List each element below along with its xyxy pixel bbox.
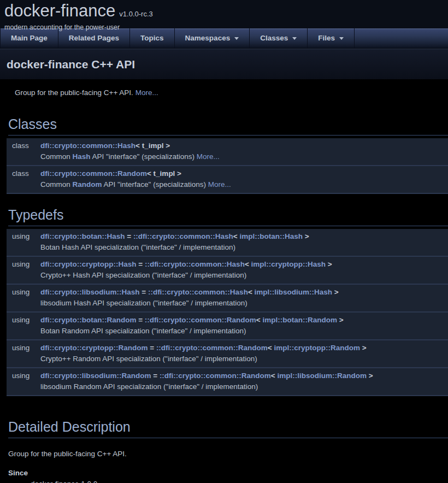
member-link[interactable]: impl::libsodium::Hash [255,288,333,296]
member-description-row: libsodium Random API specialization ("in… [7,381,448,395]
member-link[interactable]: impl::cryptopp::Hash [251,260,326,268]
member-description: libsodium Hash API specialization ("inte… [40,298,448,308]
tab-related-pages[interactable]: Related Pages [58,28,129,48]
member-link[interactable]: impl::cryptopp::Random [274,344,361,352]
member-link[interactable]: ::dfi::crypto::common::Random [145,316,256,324]
member-link[interactable]: impl::botan::Random [262,316,337,324]
member-link[interactable]: impl::botan::Hash [240,232,303,240]
member-entry: classdfi::crypto::common::Hash< t_impl >… [7,138,448,166]
member-description-text: Botan Random API specialization ("interf… [40,327,246,335]
member-description-row: Common Random API "interface" (specializ… [7,179,448,193]
typedefs-member-table: usingdfi::crypto::botan::Hash = ::dfi::c… [7,229,448,396]
member-link[interactable]: dfi::crypto::libsodium::Random [40,372,151,380]
member-description-row: libsodium Hash API specialization ("inte… [7,298,448,311]
tab-main-page[interactable]: Main Page [1,28,58,48]
member-kind-spacer [7,382,40,392]
member-definition-text: = [136,316,144,324]
member-definition: dfi::crypto::common::Random< t_impl > [40,169,448,179]
member-description-text: Common [40,180,73,189]
member-kind-spacer [7,326,40,336]
member-definition-text: < t_impl > [135,142,170,150]
member-definition-text: > [303,232,309,240]
member-link[interactable]: ::dfi::crypto::common::Hash [133,232,233,240]
member-kind: using [7,260,40,269]
member-link[interactable]: dfi::crypto::libsodium::Hash [40,288,140,296]
more-link[interactable]: More... [135,89,158,97]
member-entry: usingdfi::crypto::libsodium::Random = ::… [7,368,448,396]
member-desc-link[interactable]: Random [73,180,102,189]
member-description-text: API "interface" (specializations) [102,180,208,189]
since-label: Since [8,469,448,477]
member-entry: usingdfi::crypto::cryptopp::Random = ::d… [7,340,448,368]
member-link[interactable]: dfi::crypto::cryptopp::Hash [40,260,137,268]
member-link[interactable]: impl::libsodium::Random [278,372,367,380]
member-link[interactable]: ::dfi::crypto::common::Hash [148,288,248,296]
intro-text: Group for the public-facing C++ API. Mor… [15,89,448,97]
member-description-text: libsodium Random API specialization ("in… [40,382,258,391]
member-item-row: usingdfi::crypto::libsodium::Hash = ::df… [7,285,448,298]
since-block: Since docker-finance 1.0.0 [8,469,448,483]
member-definition-text: > [360,344,367,352]
member-description-text: Common [40,152,73,161]
page-header-bar: docker-finance C++ API [0,49,448,79]
member-desc-link[interactable]: Hash [73,152,91,161]
member-item-row: usingdfi::crypto::cryptopp::Hash = ::dfi… [7,257,448,270]
member-definition-text: > [326,260,332,268]
member-definition: dfi::crypto::libsodium::Random = ::dfi::… [40,371,448,381]
site-version: v1.0.0-rc.3 [119,10,152,18]
member-kind: using [7,343,40,353]
member-definition-text: = [140,288,148,296]
member-description: Botan Hash API specialization ("interfac… [40,243,448,252]
member-entry: usingdfi::crypto::cryptopp::Hash = ::dfi… [7,257,448,285]
section-heading-detailed-description: Detailed Description [8,419,448,438]
tab-files[interactable]: Files [308,28,354,48]
member-description-text: libsodium Hash API specialization ("inte… [40,299,247,307]
member-kind: using [7,287,40,297]
member-item-row: usingdfi::crypto::cryptopp::Random = ::d… [7,340,448,354]
tab-classes[interactable]: Classes [250,28,307,48]
member-description-text: Crypto++ Hash API specialization ("inter… [40,271,246,279]
more-link[interactable]: More... [208,180,231,189]
member-link[interactable]: dfi::crypto::cryptopp::Random [40,344,148,352]
member-description-text: Crypto++ Random API specialization ("int… [40,355,257,363]
member-item-row: classdfi::crypto::common::Random< t_impl… [7,166,448,179]
member-kind-spacer [7,270,40,280]
member-description: Crypto++ Random API specialization ("int… [40,354,448,364]
classes-member-table: classdfi::crypto::common::Hash< t_impl >… [7,138,448,194]
member-definition-text: < [271,372,278,380]
member-definition-text: < [245,260,251,268]
member-definition-text: > [332,288,339,296]
member-description-row: Crypto++ Random API specialization ("int… [7,354,448,367]
member-entry: usingdfi::crypto::botan::Random = ::dfi:… [7,313,448,340]
member-kind: class [7,141,40,151]
member-link[interactable]: dfi::crypto::botan::Hash [40,232,125,240]
member-link[interactable]: dfi::crypto::botan::Random [40,316,136,324]
member-link[interactable]: ::dfi::crypto::common::Hash [145,260,245,268]
member-description: Crypto++ Hash API specialization ("inter… [40,270,448,280]
member-entry: usingdfi::crypto::libsodium::Hash = ::df… [7,285,448,313]
member-description-text: API "interface" (specializations) [91,152,197,161]
member-entry: classdfi::crypto::common::Random< t_impl… [7,166,448,194]
member-link[interactable]: ::dfi::crypto::common::Random [156,344,268,352]
member-description-row: Botan Random API specialization ("interf… [7,326,448,339]
main-nav: Main PageRelated PagesTopicsNamespacesCl… [0,28,448,49]
member-kind-spacer [7,354,40,364]
member-definition: dfi::crypto::botan::Hash = ::dfi::crypto… [40,232,448,241]
tab-namespaces[interactable]: Namespaces [175,28,250,48]
member-description-row: Crypto++ Hash API specialization ("inter… [7,270,448,284]
tab-topics[interactable]: Topics [130,28,174,48]
member-definition-text: < [248,288,255,296]
member-description: Common Random API "interface" (specializ… [40,180,448,190]
member-definition: dfi::crypto::botan::Random = ::dfi::cryp… [40,315,448,325]
detailed-description-text: Group for the public-facing C++ API. [8,450,448,458]
site-title: docker-finance [4,1,115,20]
member-link[interactable]: ::dfi::crypto::common::Random [160,372,271,380]
member-kind-spacer [7,243,40,252]
member-link[interactable]: dfi::crypto::common::Random [40,169,147,178]
member-description: Common Hash API "interface" (specializat… [40,152,448,162]
member-item-row: usingdfi::crypto::botan::Hash = ::dfi::c… [7,229,448,242]
member-link[interactable]: dfi::crypto::common::Hash [40,142,135,150]
more-link[interactable]: More... [197,152,220,161]
member-definition-text: > [337,316,344,324]
section-heading-typedefs: Typedefs [8,207,448,226]
